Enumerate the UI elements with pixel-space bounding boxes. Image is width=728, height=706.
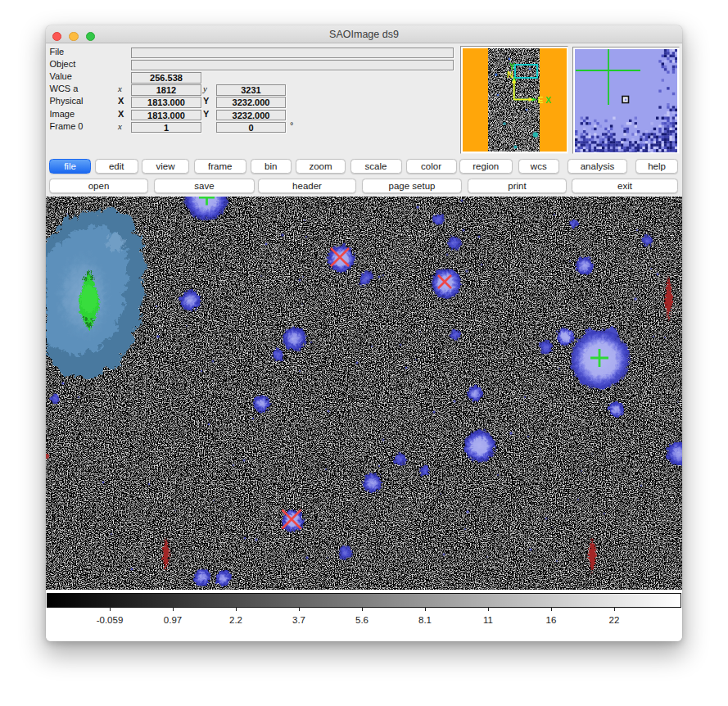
svg-text:X: X [545, 95, 551, 105]
svg-text:E: E [538, 95, 544, 105]
svg-text:N: N [507, 70, 513, 79]
